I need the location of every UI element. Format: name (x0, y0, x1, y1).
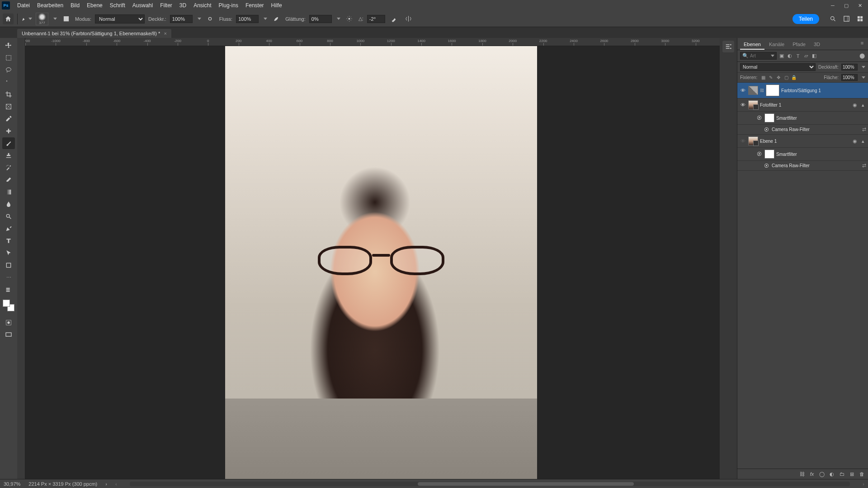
arrange-icon[interactable] (854, 14, 865, 24)
filter-shape-icon[interactable]: ▱ (803, 53, 809, 59)
edit-toolbar[interactable] (2, 284, 15, 296)
fill-input[interactable] (841, 74, 858, 81)
lock-transparency-icon[interactable]: ▦ (760, 75, 766, 81)
filter-options-icon[interactable]: ⇄ (862, 163, 866, 169)
expand-icon[interactable]: ▴ (860, 138, 866, 144)
adjustment-icon[interactable]: ◐ (828, 470, 835, 478)
properties-panel-icon[interactable] (722, 41, 734, 52)
group-icon[interactable]: 🗀 (838, 470, 845, 478)
foreground-color[interactable] (3, 300, 10, 307)
smartobject-thumb[interactable] (748, 100, 758, 109)
frame-tool[interactable] (2, 101, 15, 113)
menu-schrift[interactable]: Schrift (106, 0, 129, 10)
layer-opacity-input[interactable] (841, 64, 858, 70)
dodge-tool[interactable] (2, 211, 15, 222)
fx-icon[interactable]: fx (808, 470, 816, 478)
blur-tool[interactable] (2, 198, 15, 210)
flow-input[interactable] (236, 15, 259, 23)
tab-pfade[interactable]: Pfade (789, 40, 809, 50)
heal-tool[interactable] (2, 125, 15, 137)
tab-ebenen[interactable]: Ebenen (740, 40, 764, 50)
lock-pixels-icon[interactable]: ✎ (768, 75, 774, 81)
eraser-tool[interactable] (2, 174, 15, 186)
info-chevron[interactable]: › (105, 481, 107, 487)
smartobject-thumb[interactable] (748, 136, 758, 145)
blend-mode-select[interactable]: Normal (95, 14, 145, 23)
menu-hilfe[interactable]: Hilfe (268, 0, 286, 10)
eyedropper-tool[interactable] (2, 113, 15, 125)
workspace-icon[interactable] (841, 14, 852, 24)
menu-datei[interactable]: Datei (14, 0, 33, 10)
nav-left[interactable]: ‹ (115, 481, 117, 487)
layer-name[interactable]: Fotofilter 1 (760, 103, 850, 108)
menu-ebene[interactable]: Ebene (83, 0, 106, 10)
menu-auswahl[interactable]: Auswahl (129, 0, 156, 10)
smoothing-options-icon[interactable] (344, 14, 355, 24)
layer-filter-search[interactable]: 🔍 (740, 52, 777, 60)
menu-ansicht[interactable]: Ansicht (190, 0, 215, 10)
crop-tool[interactable] (2, 89, 15, 100)
lock-artboard-icon[interactable]: ▢ (783, 75, 789, 81)
opacity-input[interactable] (170, 15, 193, 23)
screenmode-tool[interactable] (2, 329, 15, 341)
brush-panel-icon[interactable] (61, 14, 71, 24)
filter-mask-thumb[interactable] (764, 113, 774, 122)
layer-filter-input[interactable] (750, 53, 768, 58)
mask-link-icon[interactable]: ⛓ (760, 88, 764, 93)
filter-adjust-icon[interactable]: ◐ (787, 53, 793, 59)
quickmask-tool[interactable] (2, 317, 15, 328)
panel-menu-icon[interactable]: ≡ (859, 40, 865, 46)
filter-type-icon[interactable]: T (795, 53, 801, 59)
layer-ebene1[interactable]: 👁 Ebene 1 ◉ ▴ (737, 135, 868, 148)
layer-cameraraw-2[interactable]: ⦿ Camera Raw-Filter ⇄ (737, 161, 868, 171)
close-button[interactable]: ✕ (854, 1, 866, 9)
layer-name[interactable]: Smartfilter (776, 152, 866, 157)
layer-name[interactable]: Ebene 1 (760, 139, 850, 144)
layer-name[interactable]: Smartfilter (776, 116, 866, 121)
stamp-tool[interactable] (2, 150, 15, 161)
lock-position-icon[interactable]: ✥ (775, 75, 782, 81)
filter-effects-icon[interactable]: ◉ (852, 102, 858, 108)
type-tool[interactable] (2, 235, 15, 247)
zoom-level[interactable]: 30,97% (4, 481, 20, 487)
canvas-viewport[interactable] (25, 46, 737, 479)
menu-fenster[interactable]: Fenster (242, 0, 268, 10)
new-layer-icon[interactable]: ⊞ (848, 470, 855, 478)
pressure-size-icon[interactable] (389, 14, 400, 24)
link-layers-icon[interactable]: ⛓ (798, 470, 806, 478)
brush-tool[interactable] (2, 137, 15, 149)
layer-huesaturation[interactable]: 👁 ⛓ Farbton/Sättigung 1 (737, 83, 868, 99)
lasso-tool[interactable] (2, 64, 15, 76)
brush-preview[interactable]: 377 (36, 13, 48, 25)
filter-effects-icon[interactable]: ◉ (852, 138, 858, 144)
filter-smart-icon[interactable]: ◧ (811, 53, 817, 59)
filter-pixel-icon[interactable]: ▣ (778, 53, 785, 59)
close-tab-icon[interactable]: × (164, 31, 166, 36)
minimize-button[interactable]: ─ (826, 1, 839, 9)
tool-preset-icon[interactable] (21, 14, 32, 24)
nav-right[interactable]: › (863, 481, 864, 487)
symmetry-icon[interactable] (403, 14, 414, 24)
document-tab[interactable]: Unbenannt-1 bei 31% (Farbton/Sättigung 1… (17, 29, 171, 38)
filter-toggle[interactable]: ⬤ (859, 53, 865, 59)
horizontal-scrollbar[interactable] (130, 482, 850, 486)
menu-filter[interactable]: Filter (156, 0, 176, 10)
delete-layer-icon[interactable]: 🗑 (858, 470, 865, 478)
airbrush-icon[interactable] (271, 14, 282, 24)
layer-smartfilter-1[interactable]: ⦿ Smartfilter (737, 112, 868, 125)
visibility-toggle[interactable]: 👁 (739, 138, 746, 144)
menu-bild[interactable]: Bild (67, 0, 83, 10)
pressure-opacity-icon[interactable] (205, 14, 216, 24)
expand-icon[interactable]: ▴ (860, 102, 866, 108)
history-brush-tool[interactable] (2, 162, 15, 174)
angle-input[interactable] (367, 15, 385, 23)
mask-icon[interactable]: ◯ (818, 470, 826, 478)
pen-tool[interactable] (2, 223, 15, 235)
layer-blend-select[interactable]: Normal (740, 63, 816, 71)
menu-bearbeiten[interactable]: Bearbeiten (33, 0, 67, 10)
layer-name[interactable]: Camera Raw-Filter (772, 127, 860, 132)
layer-name[interactable]: Farbton/Sättigung 1 (781, 88, 866, 93)
layer-smartfilter-2[interactable]: ⦿ Smartfilter (737, 148, 868, 161)
visibility-toggle[interactable]: 👁 (739, 88, 746, 93)
layer-name[interactable]: Camera Raw-Filter (772, 163, 860, 168)
